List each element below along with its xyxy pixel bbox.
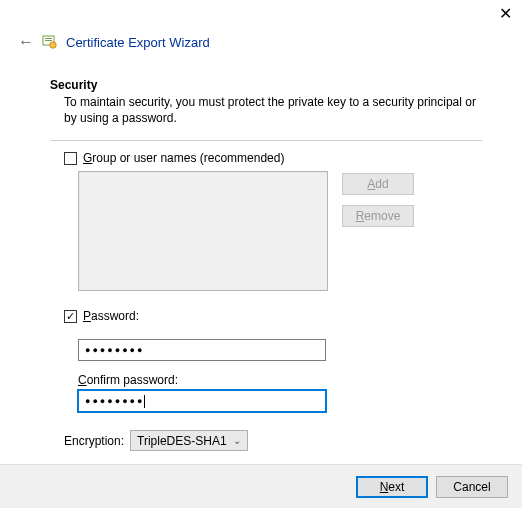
add-button: Add xyxy=(342,173,414,195)
svg-rect-2 xyxy=(45,40,52,41)
encryption-select[interactable]: TripleDES-SHA1 ⌄ xyxy=(130,430,248,451)
password-input[interactable]: ●●●●●●●● xyxy=(78,339,326,361)
password-checkbox[interactable] xyxy=(64,310,77,323)
password-checkbox-label: Password: xyxy=(83,309,139,323)
chevron-down-icon: ⌄ xyxy=(233,435,241,446)
svg-rect-1 xyxy=(45,38,52,39)
divider xyxy=(50,140,482,141)
section-description: To maintain security, you must protect t… xyxy=(64,94,482,126)
wizard-title: Certificate Export Wizard xyxy=(66,35,210,50)
group-users-listbox xyxy=(78,171,328,291)
text-caret xyxy=(144,395,145,408)
certificate-icon xyxy=(42,34,58,50)
confirm-password-label: Confirm password: xyxy=(78,373,482,387)
next-button[interactable]: Next xyxy=(356,476,428,498)
group-users-label: Group or user names (recommended) xyxy=(83,151,284,165)
cancel-button[interactable]: Cancel xyxy=(436,476,508,498)
confirm-password-input[interactable]: ●●●●●●●● xyxy=(78,390,326,412)
encryption-value: TripleDES-SHA1 xyxy=(137,434,227,448)
group-users-checkbox[interactable] xyxy=(64,152,77,165)
svg-point-3 xyxy=(50,42,56,48)
section-heading: Security xyxy=(50,78,482,92)
close-icon[interactable]: ✕ xyxy=(499,4,512,23)
back-arrow-icon[interactable]: ← xyxy=(16,34,36,50)
encryption-label: Encryption: xyxy=(64,434,124,448)
remove-button: Remove xyxy=(342,205,414,227)
